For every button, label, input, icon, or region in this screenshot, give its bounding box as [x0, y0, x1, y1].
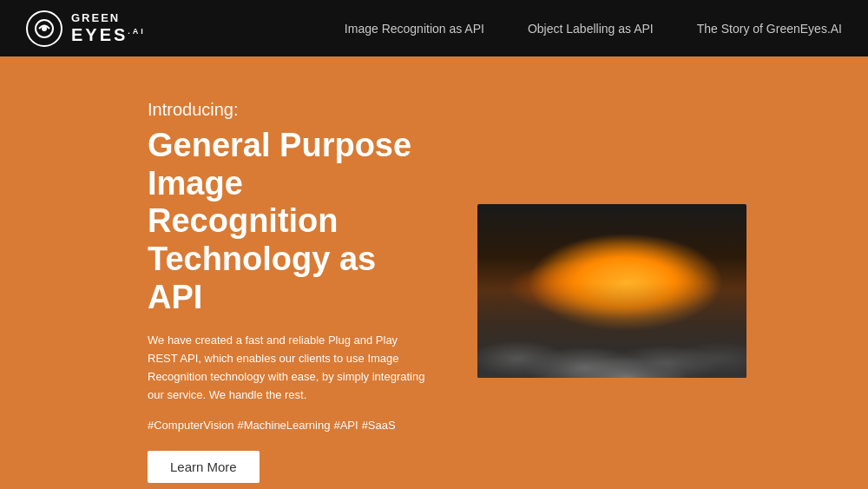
learn-more-button[interactable]: Learn More	[148, 451, 260, 483]
logo-icon	[26, 10, 62, 47]
tag-saas: #SaaS	[362, 419, 396, 432]
hero-title: General Purpose Image Recognition Techno…	[148, 127, 425, 316]
nav-links: Image Recognition as API Object Labellin…	[345, 22, 842, 36]
hero-image-area	[477, 204, 746, 378]
hero-image	[477, 204, 746, 378]
navbar: GREEN EYES.AI Image Recognition as API O…	[0, 0, 868, 56]
svg-point-1	[42, 26, 47, 31]
nav-link-story[interactable]: The Story of GreenEyes.AI	[697, 22, 842, 36]
tag-machine-learning: #MachineLearning	[237, 419, 330, 432]
nav-link-object-labelling[interactable]: Object Labelling as API	[528, 22, 654, 36]
hero-image-visual	[477, 204, 746, 378]
hero-section: Introducing: General Purpose Image Recog…	[0, 56, 868, 489]
tag-api: #API	[333, 419, 358, 432]
tag-computer-vision: #ComputerVision	[148, 419, 233, 432]
nav-link-image-recognition[interactable]: Image Recognition as API	[345, 22, 484, 36]
intro-label: Introducing:	[148, 100, 425, 120]
logo-text: GREEN EYES.AI	[71, 12, 146, 43]
hero-description: We have created a fast and reliable Plug…	[148, 332, 425, 404]
hero-tags: #ComputerVision #MachineLearning #API #S…	[148, 419, 425, 432]
logo-green-label: GREEN	[71, 12, 146, 24]
logo[interactable]: GREEN EYES.AI	[26, 10, 146, 47]
hero-content: Introducing: General Purpose Image Recog…	[148, 100, 425, 483]
logo-eyes-label: EYES.AI	[71, 25, 146, 44]
